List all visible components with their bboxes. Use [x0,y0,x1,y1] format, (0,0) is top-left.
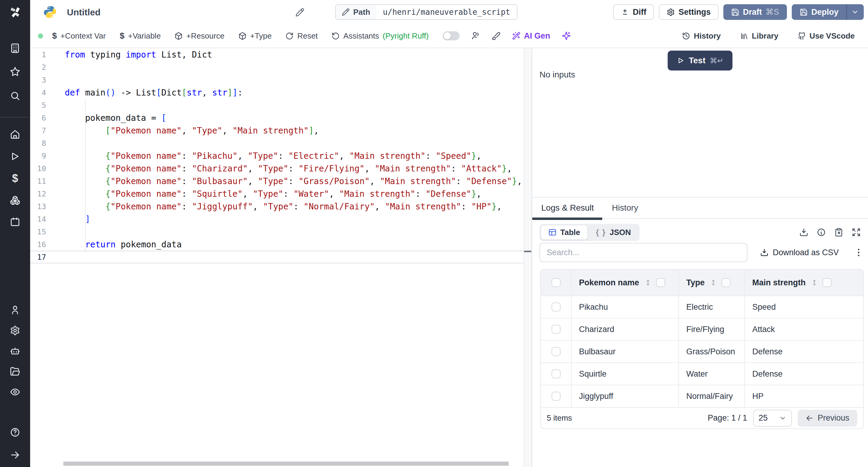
settings-button[interactable]: Settings [659,4,718,20]
row-checkbox[interactable] [552,392,561,401]
previous-page-button[interactable]: Previous [798,410,857,427]
table-cell: Speed [745,296,863,318]
minimap[interactable] [524,48,531,467]
code-line[interactable]: 16 return pokemon_data [30,238,524,251]
sidebar-item-eye-icon[interactable] [10,387,20,397]
toolbar-item--variable[interactable]: $+Variable [120,31,161,41]
code-line[interactable]: 14 ] [30,213,524,225]
toolbar-right-items: HistoryLibraryUse VScode [682,31,855,41]
format-brush-icon[interactable] [492,31,501,40]
code-line[interactable]: 6 pokemon_data = [ [30,112,524,124]
row-checkbox[interactable] [552,303,561,312]
line-number: 10 [30,164,65,173]
code-line[interactable]: 10 {"Pokemon name": "Charizard", "Type":… [30,162,524,175]
line-number: 9 [30,152,65,160]
sidebar-item-boxes-icon[interactable] [10,195,20,206]
view-option-json[interactable]: { }JSON [589,225,638,240]
path-value[interactable]: u/henri/maneuverable_script [376,7,517,17]
column-filter-toggle[interactable] [721,278,731,287]
code-line[interactable]: 2 [30,61,524,73]
diff-icon [621,8,629,16]
download-icon [760,248,769,257]
expand-icon[interactable] [852,228,861,237]
deploy-button[interactable]: Deploy [792,4,864,20]
multiplayer-toggle[interactable] [443,31,460,40]
line-number: 11 [30,177,65,186]
line-number: 2 [30,63,65,72]
code-line[interactable]: 7 ["Pokemon name", "Type", "Main strengt… [30,124,524,137]
toolbar-item-reset[interactable]: Reset [285,31,318,41]
sidebar-item-search-icon[interactable] [10,91,20,101]
deploy-dropdown-toggle[interactable] [846,4,863,20]
sidebar-item-building-icon[interactable] [10,43,20,53]
code-line[interactable]: 13 {"Pokemon name": "Jigglypuff", "Type"… [30,200,524,213]
horizontal-scrollbar[interactable] [63,462,509,466]
sidebar-item-bot-icon[interactable] [10,346,20,356]
code-line[interactable]: 3 [30,73,524,86]
sidebar-item-star-icon[interactable] [10,67,20,77]
toolbar-item--type[interactable]: +Type [239,31,272,41]
line-number: 8 [30,139,65,148]
info-icon[interactable] [817,228,826,237]
tab-logs-result[interactable]: Logs & Result [532,198,603,218]
code-line[interactable]: 17 [30,251,524,263]
sidebar-item-home-icon[interactable] [10,129,20,139]
table-cell: Grass/Poison [679,341,745,363]
code-line[interactable]: 15 [30,225,524,238]
sidebar-item-calendar-icon[interactable] [10,217,20,227]
minimap-slider[interactable] [524,251,531,252]
code-line[interactable]: 9 {"Pokemon name": "Pikachu", "Type": "E… [30,150,524,162]
tab-history[interactable]: History [603,198,647,218]
script-path-field[interactable]: Path u/henri/maneuverable_script [335,4,518,20]
diff-button[interactable]: Diff [613,4,654,20]
test-run-button[interactable]: Test ⌘↵ [668,51,733,70]
windmill-logo[interactable] [8,5,22,19]
sidebar-item-dollar-icon[interactable]: $ [10,173,20,184]
table-cell: Normal/Fairy [679,385,745,407]
copy-result-icon[interactable] [834,228,843,237]
sidebar-divider [0,117,30,118]
code-line[interactable]: 4def main() -> List[Dict[str, str]]: [30,86,524,99]
code-line[interactable]: 11 {"Pokemon name": "Bulbasaur", "Type":… [30,175,524,187]
code-line[interactable]: 8 [30,137,524,150]
draft-button[interactable]: Draft ⌘S [723,4,787,20]
row-checkbox[interactable] [552,325,561,334]
ai-gen-button[interactable]: AI Gen [512,31,550,41]
toolbar-item--resource[interactable]: +Resource [175,31,224,41]
sidebar-item-gear-icon[interactable] [10,325,20,336]
code-line[interactable]: 1from typing import List, Dict [30,48,524,61]
kebab-menu-icon[interactable] [854,247,864,258]
sidebar-item-user-icon[interactable] [10,305,20,315]
row-checkbox[interactable] [552,347,561,356]
download-csv-button[interactable]: Download as CSV [760,248,839,257]
column-label: Pokemon name [579,278,639,287]
toolbar-item-assistants[interactable]: Assistants(Pyright Ruff) [332,31,429,41]
sort-icon[interactable] [644,279,652,286]
sparkles-icon[interactable] [562,31,571,40]
column-filter-toggle[interactable] [823,278,832,287]
select-all-checkbox[interactable] [552,278,561,287]
topbar: Untitled Path u/henri/maneuverable_scrip… [30,0,868,24]
toolbar-item--context-var[interactable]: $+Context Var [52,31,106,41]
toolbar-item-history[interactable]: History [682,31,721,41]
sidebar-item-help-icon[interactable] [10,427,20,437]
search-input[interactable] [539,243,747,262]
sort-icon[interactable] [710,279,717,286]
page-size-select[interactable]: 25 [753,410,792,427]
column-filter-toggle[interactable] [656,278,665,287]
toolbar-item-use-vscode[interactable]: Use VScode [798,31,855,41]
rename-pencil-icon[interactable] [296,8,304,17]
code-line[interactable]: 5 [30,99,524,112]
sidebar-item-arrow-right-icon[interactable] [10,450,20,460]
view-option-table[interactable]: Table [541,225,587,240]
sort-icon[interactable] [810,279,818,286]
download-icon[interactable] [799,228,808,237]
items-count: 5 items [547,413,572,423]
sidebar-item-play-icon[interactable] [10,151,20,161]
sidebar-item-folder-icon[interactable] [10,366,20,377]
user-presence-icon[interactable] [471,31,480,40]
code-editor[interactable]: 1from typing import List, Dict234def mai… [30,48,531,467]
row-checkbox[interactable] [552,369,561,378]
toolbar-item-library[interactable]: Library [740,31,778,41]
code-line[interactable]: 12 {"Pokemon name": "Squirtle", "Type": … [30,187,524,200]
